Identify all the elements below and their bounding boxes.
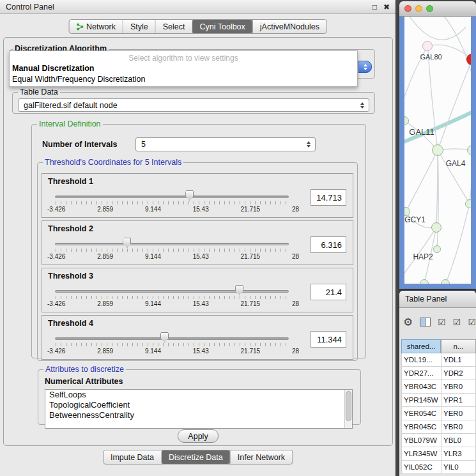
network-node[interactable] bbox=[431, 222, 441, 233]
table-cell[interactable]: YDL19... bbox=[401, 353, 441, 367]
control-panel-window: Control Panel □ ✖ Network Styl bbox=[0, 0, 396, 476]
network-node[interactable] bbox=[465, 199, 471, 208]
scale-tick-label: 15.43 bbox=[193, 348, 209, 355]
table-row[interactable]: YBR043CYBR0 bbox=[401, 380, 476, 394]
scrollbar-thumb[interactable] bbox=[346, 391, 351, 421]
close-window-icon[interactable]: ✖ bbox=[383, 3, 390, 11]
combobox-arrows-button[interactable] bbox=[358, 61, 372, 73]
table-cell[interactable]: YLR345W bbox=[401, 447, 441, 461]
column-header-shared-name[interactable]: shared... bbox=[401, 339, 441, 353]
table-cell[interactable]: YBR043C bbox=[401, 380, 441, 394]
table-cell[interactable]: YBL0 bbox=[441, 434, 476, 447]
table-panel-window: Table Panel ⚙ ☑ ☑ ☑ shared... n... YDL19… bbox=[399, 291, 476, 476]
minimize-traffic-light-icon[interactable] bbox=[415, 5, 422, 12]
float-window-icon[interactable]: □ bbox=[372, 3, 377, 11]
table-row[interactable]: YDL19...YDL1 bbox=[401, 353, 476, 367]
threshold-slider[interactable] bbox=[55, 331, 289, 346]
show-columns-icon[interactable] bbox=[420, 318, 431, 326]
scale-tick-label: 28 bbox=[292, 206, 299, 213]
table-data-value: galFiltered.sif default node bbox=[24, 101, 118, 110]
table-row[interactable]: YPR145WYPR1 bbox=[401, 394, 476, 407]
cyni-toolbox-panel: Discretization Algorithm Select algorith… bbox=[3, 37, 393, 446]
tab-network[interactable]: Network bbox=[69, 20, 123, 33]
threshold-value-field[interactable] bbox=[311, 189, 346, 206]
table-cell[interactable]: YBR0 bbox=[441, 420, 476, 434]
threshold-slider[interactable] bbox=[55, 284, 289, 299]
network-node[interactable] bbox=[422, 41, 433, 51]
tab-discretize-data[interactable]: Discretize Data bbox=[161, 450, 230, 464]
table-cell[interactable]: YIL0 bbox=[441, 461, 476, 474]
network-node[interactable] bbox=[420, 279, 429, 284]
table-body: YDL19...YDL1YDR27...YDR2YBR043CYBR0YPR14… bbox=[401, 353, 476, 474]
number-of-intervals-combobox[interactable]: 5 bbox=[135, 137, 316, 151]
threshold-value-field[interactable] bbox=[311, 236, 346, 253]
table-cell[interactable]: YBL079W bbox=[401, 434, 441, 447]
table-cell[interactable]: YPR1 bbox=[441, 394, 476, 407]
threshold-panel: Threshold 3 -3.426 2.859 9.144 15.43 21.… bbox=[42, 268, 353, 312]
apply-button[interactable]: Apply bbox=[178, 429, 219, 443]
table-row[interactable]: YLR345WYLR3 bbox=[401, 447, 476, 461]
table-cell[interactable]: YIL052C bbox=[401, 461, 441, 474]
slider-thumb[interactable] bbox=[160, 332, 169, 342]
checkbox-icon[interactable]: ☑ bbox=[438, 318, 446, 326]
tab-style[interactable]: Style bbox=[123, 20, 155, 33]
table-row[interactable]: YDR27...YDR2 bbox=[401, 367, 476, 380]
attribute-list-item[interactable]: BetweennessCentrality bbox=[45, 410, 352, 420]
slider-thumb[interactable] bbox=[185, 190, 194, 201]
table-cell[interactable]: YBR0 bbox=[441, 380, 476, 394]
table-cell[interactable]: YBR045C bbox=[401, 420, 441, 434]
scale-tick-label: -3.426 bbox=[47, 253, 65, 260]
slider-tick-marks bbox=[56, 296, 288, 299]
popup-option-equal-width-frequency[interactable]: Equal Width/Frequency Discretization bbox=[10, 74, 357, 85]
slider-track[interactable] bbox=[55, 196, 289, 198]
close-traffic-light-icon[interactable] bbox=[404, 5, 411, 12]
threshold-value-field[interactable] bbox=[311, 284, 346, 300]
table-cell[interactable]: YER054C bbox=[401, 407, 441, 420]
popup-option-manual-discretization[interactable]: Manual Discretization bbox=[10, 63, 357, 74]
scale-tick-label: 28 bbox=[292, 253, 299, 260]
table-row[interactable]: YER054CYER0 bbox=[401, 407, 476, 420]
list-scrollbar[interactable] bbox=[344, 390, 352, 428]
slider-track[interactable] bbox=[55, 243, 289, 245]
column-header-name[interactable]: n... bbox=[441, 339, 476, 353]
slider-track[interactable] bbox=[55, 290, 289, 293]
table-cell[interactable]: YDR27... bbox=[401, 367, 441, 380]
slider-track[interactable] bbox=[55, 337, 289, 340]
network-canvas[interactable]: GAL80GAL11GAL4GCY1HAP2 bbox=[404, 17, 471, 284]
table-cell[interactable]: YLR3 bbox=[441, 447, 476, 461]
attribute-list-item[interactable]: SelfLoops bbox=[45, 390, 352, 400]
table-panel-titlebar: Table Panel bbox=[399, 291, 476, 308]
table-row[interactable]: YBR045CYBR0 bbox=[401, 420, 476, 434]
tab-select[interactable]: Select bbox=[155, 20, 192, 33]
table-cell[interactable]: YPR145W bbox=[401, 394, 441, 407]
table-cell[interactable]: YDR2 bbox=[441, 367, 476, 380]
table-row[interactable]: YIL052CYIL0 bbox=[401, 461, 476, 474]
scale-tick-label: 2.859 bbox=[97, 300, 113, 307]
table-cell[interactable]: YER0 bbox=[441, 407, 476, 420]
slider-thumb[interactable] bbox=[123, 238, 131, 248]
network-node[interactable] bbox=[441, 279, 450, 284]
checkbox-icon[interactable]: ☑ bbox=[453, 318, 461, 326]
checkbox-icon[interactable]: ☑ bbox=[468, 318, 476, 326]
tab-jactivemnodules[interactable]: jActiveMNodules bbox=[252, 20, 326, 33]
threshold-value-field[interactable] bbox=[311, 331, 346, 348]
network-node[interactable] bbox=[432, 144, 443, 156]
tab-infer-network[interactable]: Infer Network bbox=[230, 450, 292, 464]
tab-cyni-toolbox[interactable]: Cyni Toolbox bbox=[192, 20, 252, 33]
threshold-slider[interactable] bbox=[55, 236, 289, 252]
attribute-list-item[interactable]: TopologicalCoefficient bbox=[45, 400, 352, 410]
network-edge bbox=[470, 59, 471, 204]
table-data-combobox[interactable]: galFiltered.sif default node bbox=[18, 98, 369, 112]
slider-thumb[interactable] bbox=[235, 285, 243, 295]
zoom-traffic-light-icon[interactable] bbox=[426, 5, 433, 12]
network-node[interactable] bbox=[433, 245, 441, 253]
slider-scale: -3.426 2.859 9.144 15.43 21.715 28 bbox=[47, 300, 299, 307]
gear-icon[interactable]: ⚙ bbox=[403, 317, 413, 328]
tab-label: Cyni Toolbox bbox=[199, 22, 245, 31]
threshold-slider[interactable] bbox=[55, 189, 289, 204]
tab-impute-data[interactable]: Impute Data bbox=[104, 450, 161, 464]
slider-scale: -3.426 2.859 9.144 15.43 21.715 28 bbox=[47, 206, 299, 213]
table-row[interactable]: YBL079WYBL0 bbox=[401, 434, 476, 447]
numerical-attributes-list[interactable]: SelfLoopsTopologicalCoefficientBetweenne… bbox=[45, 389, 353, 429]
table-cell[interactable]: YDL1 bbox=[441, 353, 476, 367]
